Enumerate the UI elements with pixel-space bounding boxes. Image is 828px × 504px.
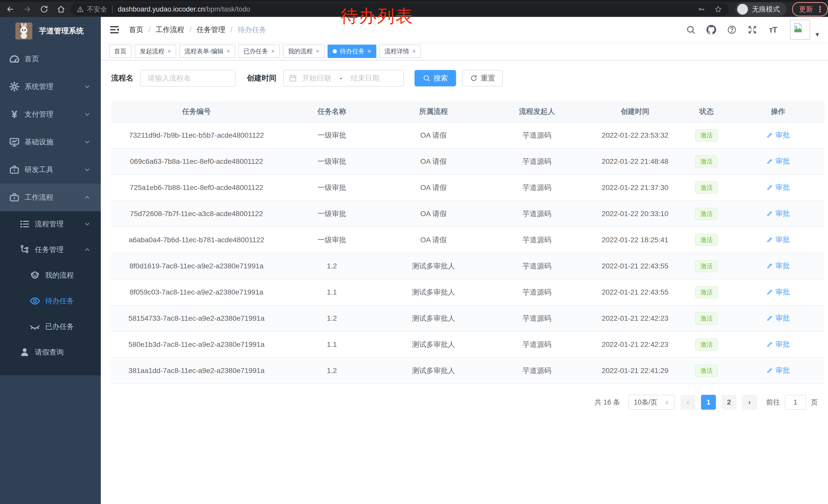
approve-action[interactable]: 审批	[766, 313, 790, 323]
sidebar-item-leave-query[interactable]: 请假查询	[0, 339, 101, 365]
created-time-cell: 2022-01-22 23:53:32	[589, 122, 681, 148]
approve-action[interactable]: 审批	[766, 209, 790, 218]
approve-action[interactable]: 审批	[766, 130, 790, 140]
sidebar-item-process-mgmt[interactable]: 流程管理	[0, 211, 101, 237]
tab-流程表单-编辑[interactable]: 流程表单-编辑×	[179, 45, 235, 58]
task-id-cell: 8f0d1619-7ac8-11ec-a9e2-a2380e71991a	[111, 253, 282, 279]
tab-首页[interactable]: 首页	[109, 45, 132, 58]
avatar[interactable]	[790, 20, 810, 40]
task-id-cell: a6aba0a4-7b6d-11ec-b781-acde48001122	[111, 227, 282, 253]
page-size-select[interactable]: 10条/页 ∨	[628, 395, 675, 410]
caret-down-icon[interactable]: ▼	[814, 31, 820, 40]
close-icon[interactable]: ×	[167, 48, 171, 54]
process-cell: 测试多审批人	[382, 358, 485, 384]
sidebar-item-my-process[interactable]: 我的流程	[0, 263, 101, 288]
next-page-button[interactable]: ›	[742, 395, 757, 410]
approve-action[interactable]: 审批	[766, 366, 790, 375]
end-date-placeholder[interactable]: 结束日期	[350, 73, 379, 83]
back-icon[interactable]	[6, 5, 15, 13]
starter-cell: 芋道源码	[485, 279, 589, 305]
status-cell: 激活	[681, 148, 732, 175]
start-date-placeholder[interactable]: 开始日期	[302, 73, 331, 83]
date-range-picker[interactable]: 开始日期 - 结束日期	[283, 70, 404, 87]
sidebar-item-home[interactable]: 首页	[0, 45, 101, 73]
table-row: 8f0d1619-7ac8-11ec-a9e2-a2380e71991a1.2测…	[111, 253, 824, 279]
browser-menu-icon[interactable]: ⋮	[816, 5, 824, 13]
page-button-1[interactable]: 1	[701, 395, 716, 410]
approve-action-label: 审批	[776, 183, 790, 192]
tab-待办任务[interactable]: 待办任务×	[328, 45, 376, 58]
sidebar-item-done-task[interactable]: 已办任务	[0, 314, 101, 339]
goto-page-input[interactable]	[785, 395, 806, 410]
sidebar-item-todo-task[interactable]: 待办任务	[0, 288, 101, 314]
column-header: 操作	[732, 101, 824, 122]
breadcrumb-item: 待办任务	[238, 25, 266, 35]
approve-action[interactable]: 审批	[766, 287, 790, 297]
sidebar-item-infra[interactable]: 基础设施	[0, 128, 101, 156]
tab-已办任务[interactable]: 已办任务×	[238, 45, 280, 58]
fontsize-icon[interactable]: тT	[768, 25, 778, 35]
process-cell: 测试多审批人	[382, 253, 485, 279]
robot-icon	[29, 270, 41, 281]
user-avatar-menu[interactable]: ▼	[790, 20, 820, 40]
search-button[interactable]: 搜索	[415, 70, 456, 86]
process-name-input[interactable]	[140, 70, 236, 87]
breadcrumb-item[interactable]: 任务管理	[197, 25, 225, 35]
table-row: a6aba0a4-7b6d-11ec-b781-acde48001122一级审批…	[111, 227, 824, 253]
close-icon[interactable]: ×	[368, 48, 371, 54]
key-icon[interactable]	[698, 6, 705, 13]
approve-action-label: 审批	[776, 287, 790, 297]
table-row: 069c6a63-7b8a-11ec-8ef0-acde48001122一级审批…	[111, 148, 824, 175]
forward-icon[interactable]	[23, 5, 32, 13]
breadcrumb-item[interactable]: 首页	[129, 25, 143, 35]
reset-button[interactable]: 重置	[462, 70, 503, 86]
github-icon[interactable]	[706, 25, 716, 35]
goto-label: 前往	[766, 398, 780, 407]
approve-action[interactable]: 审批	[766, 261, 790, 271]
close-icon[interactable]: ×	[412, 48, 416, 54]
sidebar-item-workflow[interactable]: 工作流程	[0, 184, 101, 211]
approve-action[interactable]: 审批	[766, 156, 790, 166]
page-button-2[interactable]: 2	[721, 395, 736, 410]
search-icon[interactable]	[686, 25, 696, 35]
tab-label: 流程详情	[384, 47, 409, 55]
page-size-value: 10条/页	[634, 398, 657, 407]
tab-label: 待办任务	[340, 47, 365, 55]
breadcrumb-item[interactable]: 工作流程	[156, 25, 184, 35]
fullscreen-icon[interactable]	[747, 25, 757, 35]
prev-page-button[interactable]: ‹	[680, 395, 695, 410]
starter-cell: 芋道源码	[485, 358, 589, 384]
home-icon[interactable]	[57, 5, 66, 13]
tab-流程详情[interactable]: 流程详情×	[379, 45, 421, 58]
question-icon[interactable]	[727, 25, 737, 35]
close-icon[interactable]: ×	[226, 48, 230, 54]
sidebar-item-devtools[interactable]: 研发工具	[0, 156, 101, 184]
approve-action[interactable]: 审批	[766, 183, 790, 192]
approve-action-label: 审批	[776, 339, 790, 349]
gear-icon	[9, 81, 20, 92]
close-icon[interactable]: ×	[271, 48, 275, 54]
browser-update-button[interactable]: 更新 ⋮	[792, 2, 828, 16]
logo-row[interactable]: 芋道管理系统	[0, 17, 101, 45]
bookmark-star-icon[interactable]	[714, 5, 722, 13]
security-label[interactable]: 不安全	[87, 5, 107, 14]
workflow-submenu: 流程管理任务管理我的流程待办任务已办任务请假查询	[0, 211, 101, 375]
approve-action[interactable]: 审批	[766, 339, 790, 349]
sidebar-item-payment[interactable]: ¥支付管理	[0, 100, 101, 128]
tab-发起流程[interactable]: 发起流程×	[135, 45, 176, 58]
action-cell: 审批	[732, 175, 824, 201]
breadcrumb-separator: /	[231, 26, 233, 34]
close-icon[interactable]: ×	[316, 48, 319, 54]
annotation-overlay: 待办列表	[341, 5, 413, 28]
task-id-cell: 73211d9d-7b9b-11ec-b5b7-acde48001122	[111, 122, 282, 148]
sidebar-item-system[interactable]: 系统管理	[0, 73, 101, 100]
reload-icon[interactable]	[40, 5, 48, 13]
task-table-header: 任务编号任务名称所属流程流程发起人创建时间状态操作	[111, 101, 824, 122]
sidebar-item-task-mgmt[interactable]: 任务管理	[0, 237, 101, 263]
status-cell: 激活	[681, 122, 732, 148]
hamburger-icon[interactable]	[109, 25, 120, 35]
tab-我的流程[interactable]: 我的流程×	[283, 45, 325, 58]
approve-action[interactable]: 审批	[766, 235, 790, 244]
tab-label: 发起流程	[140, 47, 164, 55]
task-id-cell: 580e1b3d-7ac8-11ec-a9e2-a2380e71991a	[111, 331, 282, 358]
